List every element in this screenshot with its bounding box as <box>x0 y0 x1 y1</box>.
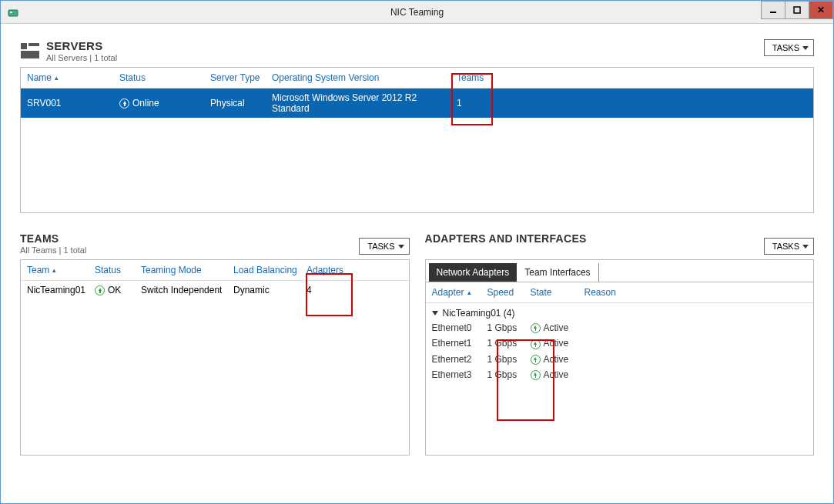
titlebar: NIC Teaming ✕ <box>1 1 833 24</box>
svg-rect-0 <box>8 10 18 16</box>
servers-col-type[interactable]: Server Type <box>210 72 272 83</box>
adapter-name: Ethernet0 <box>432 322 487 333</box>
server-teams: 1 <box>457 98 503 108</box>
servers-icon <box>20 41 40 61</box>
adapter-state: Active <box>531 322 584 333</box>
team-row[interactable]: NicTeaming01 OK Switch Independent Dynam… <box>21 281 409 299</box>
status-active-icon <box>531 370 541 380</box>
servers-col-teams[interactable]: Teams <box>457 72 503 83</box>
adapter-speed: 1 Gbps <box>487 338 531 349</box>
teams-grid: Team Status Teaming Mode Load Balancing … <box>20 259 410 456</box>
teams-title: TEAMS <box>20 232 86 245</box>
servers-subtitle: All Servers | 1 total <box>46 53 117 62</box>
maximize-button[interactable] <box>785 1 809 19</box>
team-status: OK <box>95 285 141 295</box>
tab-network-adapters[interactable]: Network Adapters <box>429 263 517 282</box>
server-type: Physical <box>210 98 272 108</box>
team-adapters: 4 <box>306 285 353 295</box>
window-title: NIC Teaming <box>1 7 833 18</box>
minimize-button[interactable] <box>761 1 785 19</box>
svg-rect-5 <box>28 43 39 46</box>
teams-subtitle: All Teams | 1 total <box>20 245 86 255</box>
adapter-row[interactable]: Ethernet11 GbpsActive <box>426 335 814 351</box>
ai-col-reason[interactable]: Reason <box>584 287 631 298</box>
servers-col-status[interactable]: Status <box>119 72 210 83</box>
svg-rect-4 <box>21 43 27 49</box>
teams-col-mode[interactable]: Teaming Mode <box>141 265 233 275</box>
adapter-speed: 1 Gbps <box>487 354 531 365</box>
adapter-speed: 1 Gbps <box>487 369 531 380</box>
adapter-state: Active <box>531 338 584 349</box>
close-button[interactable]: ✕ <box>809 1 833 19</box>
teams-col-team[interactable]: Team <box>27 265 95 275</box>
server-os: Microsoft Windows Server 2012 R2 Standar… <box>272 92 457 114</box>
ai-grid: Network Adapters Team Interfaces Adapter… <box>425 259 815 456</box>
servers-title: SERVERS <box>46 39 117 52</box>
svg-rect-1 <box>10 12 12 13</box>
servers-grid: Name Status Server Type Operating System… <box>20 67 814 213</box>
adapter-name: Ethernet3 <box>432 369 487 380</box>
team-mode: Switch Independent <box>141 285 233 295</box>
tab-team-interfaces[interactable]: Team Interfaces <box>517 263 598 282</box>
status-up-icon <box>119 98 129 108</box>
svg-rect-3 <box>794 7 800 13</box>
ai-title: ADAPTERS AND INTERFACES <box>425 232 587 245</box>
servers-col-name[interactable]: Name <box>27 72 119 83</box>
server-name: SRV001 <box>27 98 119 108</box>
server-status: Online <box>119 98 210 108</box>
app-icon <box>7 6 19 18</box>
teams-col-lb[interactable]: Load Balancing <box>233 265 306 275</box>
adapter-group[interactable]: NicTeaming01 (4) <box>426 303 814 320</box>
ai-col-speed[interactable]: Speed <box>487 287 531 298</box>
ai-tasks-button[interactable]: TASKS <box>764 238 814 255</box>
collapse-icon <box>432 311 438 315</box>
teams-col-status[interactable]: Status <box>95 265 141 275</box>
teams-tasks-button[interactable]: TASKS <box>359 238 409 255</box>
svg-rect-6 <box>21 51 39 58</box>
teams-col-adapters[interactable]: Adapters <box>306 265 353 275</box>
team-name: NicTeaming01 <box>27 285 95 295</box>
adapter-speed: 1 Gbps <box>487 322 531 333</box>
team-lb: Dynamic <box>233 285 306 295</box>
servers-col-os[interactable]: Operating System Version <box>272 72 457 83</box>
adapter-state: Active <box>531 354 584 365</box>
adapter-name: Ethernet1 <box>432 338 487 349</box>
servers-tasks-button[interactable]: TASKS <box>764 39 814 56</box>
status-active-icon <box>531 323 541 333</box>
adapter-name: Ethernet2 <box>432 354 487 365</box>
svg-rect-2 <box>770 12 776 13</box>
adapter-row[interactable]: Ethernet31 GbpsActive <box>426 367 814 382</box>
ai-col-adapter[interactable]: Adapter <box>432 287 487 298</box>
status-ok-icon <box>95 285 105 295</box>
adapter-state: Active <box>531 369 584 380</box>
server-row[interactable]: SRV001 Online Physical Microsoft Windows… <box>21 88 813 118</box>
adapter-row[interactable]: Ethernet21 GbpsActive <box>426 352 814 367</box>
ai-col-state[interactable]: State <box>531 287 584 298</box>
status-active-icon <box>531 355 541 365</box>
status-active-icon <box>531 339 541 349</box>
adapter-row[interactable]: Ethernet01 GbpsActive <box>426 320 814 335</box>
